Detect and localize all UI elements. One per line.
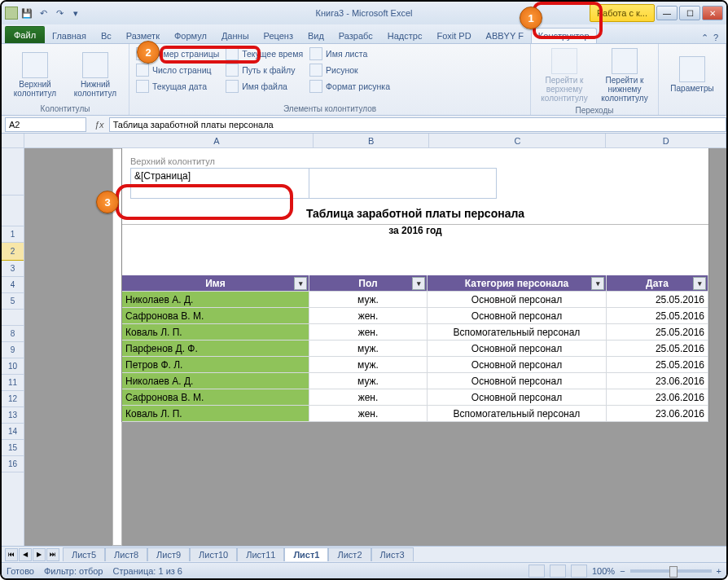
row-header[interactable]: 13 xyxy=(2,407,24,424)
sheet-tab[interactable]: Лист11 xyxy=(237,547,284,561)
row-headers[interactable]: 123458910111213141516 xyxy=(2,148,24,546)
format-picture-button[interactable]: Формат рисунка xyxy=(308,79,392,94)
zoom-out-button[interactable]: − xyxy=(620,566,625,576)
footer-button[interactable]: Нижний колонтитул xyxy=(67,46,124,103)
table-cell[interactable]: жен. xyxy=(309,406,428,422)
table-header-cell[interactable]: Категория персонала xyxy=(428,275,607,292)
fx-icon[interactable]: ƒx xyxy=(90,120,109,130)
table-cell[interactable]: муж. xyxy=(309,373,428,389)
minimize-ribbon-icon[interactable]: ⌃ xyxy=(701,33,708,43)
sheet-tab[interactable]: Лист8 xyxy=(105,547,147,561)
header-button[interactable]: Верхний колонтитул xyxy=(7,46,64,103)
table-cell[interactable]: Основной персонал xyxy=(428,373,607,389)
sheet-tab[interactable]: Лист1 xyxy=(284,547,328,561)
table-cell[interactable]: Парфенов Д. Ф. xyxy=(122,341,309,357)
goto-footer-button[interactable]: Перейти к нижнему колонтитулу xyxy=(596,46,653,104)
table-cell[interactable]: муж. xyxy=(309,292,428,308)
header-left-box[interactable]: &[Страница] xyxy=(130,168,309,199)
col-header[interactable]: A xyxy=(121,134,313,147)
row-header[interactable]: 5 xyxy=(2,293,24,310)
table-header-cell[interactable]: Дата xyxy=(607,275,708,292)
table-header-cell[interactable]: Имя xyxy=(122,275,309,292)
row-header[interactable]: 14 xyxy=(2,424,24,440)
formula-input[interactable]: Таблица заработной платы персонала xyxy=(109,117,726,132)
table-cell[interactable]: Основной персонал xyxy=(428,389,607,406)
tab-view[interactable]: Вид xyxy=(300,28,331,43)
table-cell[interactable]: Петров Ф. Л. xyxy=(122,357,309,373)
table-cell[interactable]: Сафронова В. М. xyxy=(122,389,309,406)
sheet-nav-prev[interactable]: ◀ xyxy=(19,548,32,561)
sheet-tab[interactable]: Лист3 xyxy=(371,547,414,561)
table-cell[interactable]: Сафронова В. М. xyxy=(122,308,309,324)
view-pagebreak-button[interactable] xyxy=(571,565,587,578)
tab-data[interactable]: Данны xyxy=(214,28,257,43)
current-time-button[interactable]: Текущее время xyxy=(224,46,305,61)
row-header[interactable]: 8 xyxy=(2,326,24,342)
tab-formulas[interactable]: Формул xyxy=(167,28,214,43)
tab-file[interactable]: Файл xyxy=(5,26,45,43)
table-cell[interactable]: Николаев А. Д. xyxy=(122,373,309,389)
tab-insert[interactable]: Вс xyxy=(94,28,119,43)
tab-review[interactable]: Реценз xyxy=(257,28,300,43)
header-center-box[interactable] xyxy=(309,168,497,199)
grid-viewport[interactable]: Верхний колонтитул &[Страница] Таблица з… xyxy=(24,148,726,546)
row-header[interactable]: 4 xyxy=(2,277,24,293)
sheet-tab[interactable]: Лист2 xyxy=(328,547,371,561)
select-all-corner[interactable] xyxy=(2,134,24,148)
tab-home[interactable]: Главная xyxy=(45,28,94,43)
table-cell[interactable]: муж. xyxy=(309,341,428,357)
zoom-slider[interactable] xyxy=(630,569,712,573)
close-button[interactable]: ✕ xyxy=(702,6,723,20)
table-cell[interactable]: 23.06.2016 xyxy=(607,373,708,389)
table-cell[interactable]: Основной персонал xyxy=(428,357,607,373)
table-cell[interactable]: Коваль Л. П. xyxy=(122,324,309,341)
save-icon[interactable]: 💾 xyxy=(20,6,34,20)
sheet-nav-first[interactable]: ⏮ xyxy=(5,548,18,561)
row-header[interactable]: 15 xyxy=(2,440,24,456)
tab-developer[interactable]: Разрабс xyxy=(331,28,380,43)
sheet-nav-last[interactable]: ⏭ xyxy=(46,548,59,561)
goto-header-button[interactable]: Перейти к верхнему колонтитулу xyxy=(536,46,593,104)
tab-design[interactable]: Конструктор xyxy=(531,28,597,43)
table-cell[interactable]: жен. xyxy=(309,324,428,341)
row-header[interactable] xyxy=(2,310,24,326)
row-header[interactable]: 10 xyxy=(2,358,24,375)
table-cell[interactable]: Основной персонал xyxy=(428,308,607,324)
table-cell[interactable]: 25.05.2016 xyxy=(607,292,708,308)
table-cell[interactable]: 25.05.2016 xyxy=(607,341,708,357)
table-cell[interactable]: 25.05.2016 xyxy=(607,308,708,324)
table-cell[interactable]: Вспомогательный персонал xyxy=(428,324,607,341)
row-header[interactable]: 11 xyxy=(2,375,24,391)
row-header[interactable]: 12 xyxy=(2,391,24,407)
name-box[interactable]: A2 xyxy=(5,117,86,132)
row-header[interactable]: 9 xyxy=(2,342,24,358)
table-cell[interactable]: 25.05.2016 xyxy=(607,357,708,373)
table-cell[interactable]: жен. xyxy=(309,308,428,324)
sheet-tab[interactable]: Лист5 xyxy=(63,547,105,561)
col-header[interactable]: C xyxy=(429,134,606,147)
table-cell[interactable]: 23.06.2016 xyxy=(607,406,708,422)
picture-button[interactable]: Рисунок xyxy=(308,63,392,77)
sheet-name-button[interactable]: Имя листа xyxy=(308,46,392,61)
table-subtitle[interactable]: за 2016 год xyxy=(122,225,708,243)
sheet-tab[interactable]: Лист10 xyxy=(190,547,237,561)
table-cell[interactable]: Основной персонал xyxy=(428,341,607,357)
view-pagelayout-button[interactable] xyxy=(550,565,566,578)
help-icon[interactable]: ? xyxy=(713,33,718,43)
col-header[interactable]: B xyxy=(314,134,430,147)
row-header[interactable]: 16 xyxy=(2,456,24,472)
maximize-button[interactable]: ☐ xyxy=(679,6,700,20)
sheet-tab[interactable]: Лист9 xyxy=(147,547,190,561)
options-button[interactable]: Параметры xyxy=(664,46,721,103)
table-cell[interactable]: Николаев А. Д. xyxy=(122,292,309,308)
redo-icon[interactable]: ↷ xyxy=(52,6,67,20)
table-cell[interactable]: Вспомогательный персонал xyxy=(428,406,607,422)
row-header[interactable]: 3 xyxy=(2,261,24,277)
file-path-button[interactable]: Путь к файлу xyxy=(224,63,305,77)
tab-addins[interactable]: Надстрс xyxy=(380,28,430,43)
sheet-nav-next[interactable]: ▶ xyxy=(33,548,46,561)
table-cell[interactable]: Основной персонал xyxy=(428,292,607,308)
tab-pagelayout[interactable]: Разметк xyxy=(119,28,167,43)
tab-abbyy[interactable]: ABBYY F xyxy=(479,28,531,43)
qat-more-icon[interactable]: ▾ xyxy=(68,6,83,20)
